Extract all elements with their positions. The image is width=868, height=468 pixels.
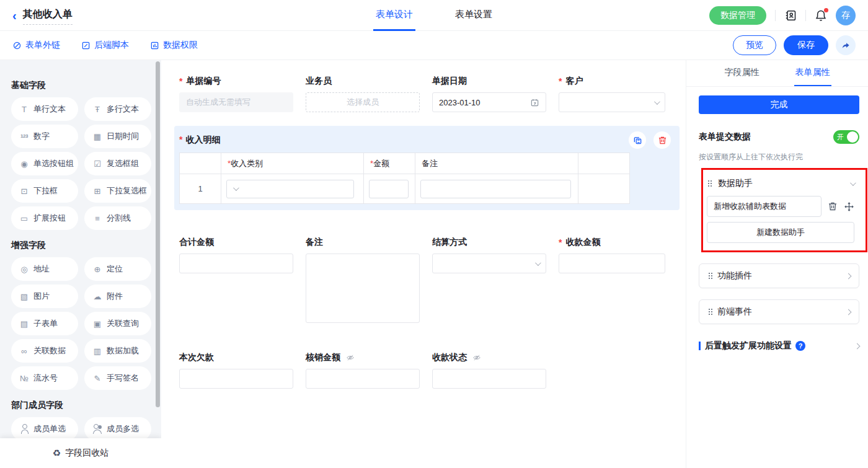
avatar[interactable]: 存 <box>836 6 856 25</box>
back-icon[interactable]: ‹ <box>12 9 17 22</box>
field-type-label: 下拉框 <box>33 185 58 196</box>
trailing-column-header <box>578 153 630 174</box>
sidebar-scrollbar[interactable] <box>156 61 160 407</box>
tab-form-design[interactable]: 表单设计 <box>373 0 415 31</box>
sidebar-item-number[interactable]: 123 数字 <box>11 125 78 148</box>
post-trigger-settings-row[interactable]: 后置触发扩展功能设置 ? <box>699 340 859 351</box>
chart-icon: ▥ <box>92 346 102 356</box>
settlement-method-select[interactable] <box>432 254 546 273</box>
column-header-income-type: *收入类别 <box>221 153 364 174</box>
new-data-helper-button[interactable]: 新建数据助手 <box>707 222 854 243</box>
help-icon[interactable]: ? <box>795 341 805 351</box>
writeoff-amount-input[interactable] <box>306 369 420 389</box>
sidebar-item-relation-data[interactable]: ∞ 关联数据 <box>11 339 78 363</box>
sidebar-item-divider[interactable]: ≡ 分割线 <box>84 206 151 230</box>
field-label: 单据日期 <box>432 75 546 87</box>
data-manage-button[interactable]: 数据管理 <box>709 6 766 25</box>
form-external-link[interactable]: 表单外链 <box>12 40 60 51</box>
field-label: *收款金额 <box>559 236 665 249</box>
customer-select[interactable] <box>559 92 665 112</box>
income-detail-subtable[interactable]: *收入明细 *收入类别 *金额 备注 <box>174 126 680 210</box>
sidebar-item-extend-button[interactable]: ▭ 扩展按钮 <box>11 206 78 230</box>
sidebar-item-member-multi[interactable]: 成员多选 <box>84 417 151 441</box>
sidebar-item-attachment[interactable]: ☁ 附件 <box>84 285 151 308</box>
chevron-down-icon <box>850 180 856 186</box>
sidebar-item-location[interactable]: ⊕ 定位 <box>84 257 151 281</box>
field-writeoff-amount[interactable]: 核销金额 <box>306 351 420 389</box>
sidebar-item-single-line-text[interactable]: T 单行文本 <box>11 97 78 121</box>
field-salesperson[interactable]: 业务员 选择成员 <box>306 75 420 112</box>
sidebar-item-dropdown-multi[interactable]: ⊞ 下拉复选框 <box>84 179 151 203</box>
move-helper-icon[interactable] <box>844 201 854 212</box>
share-button[interactable] <box>836 35 856 55</box>
copy-subtable-button[interactable] <box>629 131 646 149</box>
delete-helper-icon[interactable] <box>828 201 838 211</box>
sidebar-item-serial-number[interactable]: № 流水号 <box>11 366 78 390</box>
field-bill-number[interactable]: *单据编号 自动生成无需填写 <box>179 75 293 112</box>
main-area: 基础字段 T 单行文本 Ŧ 多行文本 123 数字 ▦ <box>0 60 868 468</box>
chevron-right-icon <box>854 343 861 349</box>
sidebar-item-member-single[interactable]: 成员单选 <box>11 417 78 441</box>
income-type-select[interactable] <box>226 180 354 198</box>
tab-form-settings[interactable]: 表单设置 <box>453 0 495 31</box>
done-button[interactable]: 完成 <box>699 95 859 114</box>
sidebar-section: 基础字段 T 单行文本 Ŧ 多行文本 123 数字 ▦ <box>11 80 151 230</box>
sidebar-item-address[interactable]: ◎ 地址 <box>11 257 78 281</box>
sidebar-item-signature[interactable]: ✎ 手写签名 <box>84 366 151 390</box>
tab-form-properties[interactable]: 表单属性 <box>794 60 831 86</box>
receipt-amount-input[interactable] <box>559 254 665 273</box>
drag-handle-icon[interactable] <box>708 180 709 182</box>
notification-bell-icon[interactable] <box>815 9 827 22</box>
function-plugin-card[interactable]: 功能插件 <box>699 263 859 288</box>
amount-input[interactable] <box>369 180 409 198</box>
frontend-event-card[interactable]: 前端事件 <box>699 299 859 324</box>
field-type-label: 成员多选 <box>107 423 139 435</box>
data-helper-item-name[interactable]: 新增收款辅助表数据 <box>707 196 822 217</box>
remark-textarea[interactable] <box>306 254 420 323</box>
address-book-icon[interactable] <box>784 9 797 22</box>
backend-script-link[interactable]: 后端脚本 <box>81 40 129 51</box>
salesperson-picker[interactable]: 选择成员 <box>306 92 420 112</box>
bill-number-input[interactable]: 自动生成无需填写 <box>179 92 293 112</box>
tab-field-properties[interactable]: 字段属性 <box>724 60 761 86</box>
sidebar-item-subform[interactable]: ▤ 子表单 <box>11 312 78 335</box>
total-amount-input[interactable] <box>179 254 293 273</box>
sidebar-item-multi-line-text[interactable]: Ŧ 多行文本 <box>84 97 151 121</box>
field-settlement-method[interactable]: 结算方式 <box>432 236 546 323</box>
data-permission-link[interactable]: 数据权限 <box>150 40 198 51</box>
drag-handle-icon[interactable] <box>709 309 710 310</box>
data-helper-header[interactable]: 数据助手 <box>707 174 854 193</box>
remark-cell <box>415 174 578 204</box>
divider-icon: ≡ <box>92 213 102 223</box>
field-receipt-status[interactable]: 收款状态 <box>432 351 546 389</box>
field-total-amount[interactable]: 合计金额 <box>179 236 293 323</box>
field-bill-date[interactable]: 单据日期 2023-01-10 <box>432 75 546 112</box>
save-button[interactable]: 保存 <box>784 35 828 55</box>
field-customer[interactable]: *客户 <box>559 75 665 112</box>
sidebar-item-relation-query[interactable]: ▣ 关联查询 <box>84 312 151 335</box>
current-debt-input[interactable] <box>179 369 293 389</box>
sidebar-item-data-load[interactable]: ▥ 数据加载 <box>84 339 151 363</box>
preview-button[interactable]: 预览 <box>733 35 776 55</box>
sidebar-item-checkbox-group[interactable]: ☑ 复选框组 <box>84 152 151 175</box>
delete-subtable-button[interactable] <box>653 131 671 149</box>
sidebar-item-radio-group[interactable]: ◉ 单选按钮组 <box>11 152 78 175</box>
field-current-debt[interactable]: 本次欠款 <box>179 351 293 389</box>
field-recycle-bin[interactable]: ♻ 字段回收站 <box>0 438 161 468</box>
field-remark[interactable]: 备注 <box>306 236 420 323</box>
bill-date-input[interactable]: 2023-01-10 <box>432 92 546 112</box>
sidebar-item-datetime[interactable]: ▦ 日期时间 <box>84 125 151 148</box>
field-type-label: 流水号 <box>33 373 58 384</box>
sidebar-item-dropdown[interactable]: ⊡ 下拉框 <box>11 179 78 203</box>
drag-handle-icon[interactable] <box>709 273 710 274</box>
column-header-remark: 备注 <box>415 153 578 174</box>
field-receipt-amount[interactable]: *收款金额 <box>559 236 665 323</box>
toolbar-actions: 预览 保存 <box>733 35 856 55</box>
form-submit-toggle[interactable]: 开 <box>833 130 859 144</box>
field-type-label: 手写签名 <box>107 373 139 384</box>
remark-input[interactable] <box>420 180 571 198</box>
subtable-header: *收入明细 <box>179 131 671 149</box>
sidebar-section: 部门成员字段 成员单选 成员多选 <box>11 400 151 441</box>
sidebar-item-image[interactable]: ▧ 图片 <box>11 285 78 308</box>
receipt-status-input[interactable] <box>432 369 546 389</box>
